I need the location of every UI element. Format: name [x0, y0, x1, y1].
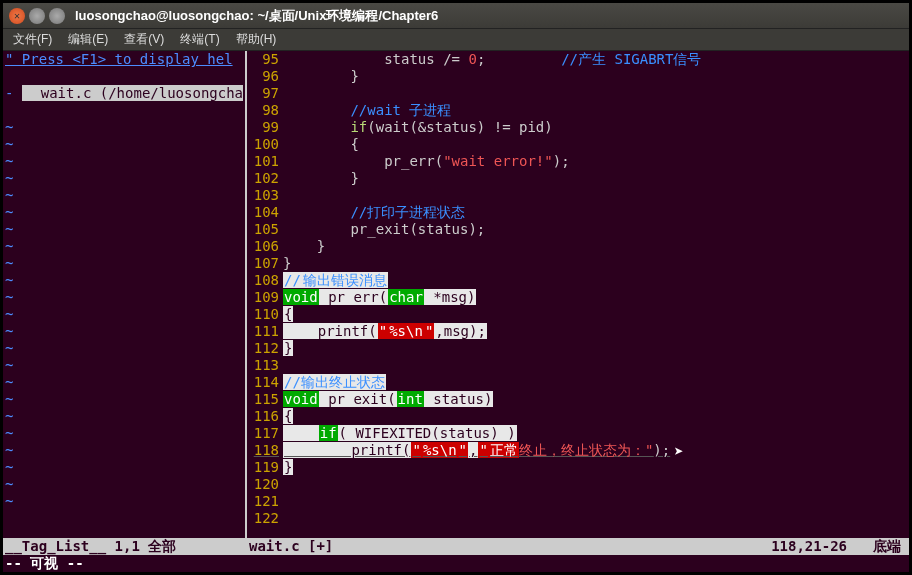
- menu-view[interactable]: 查看(V): [118, 29, 170, 50]
- mode-line: -- 可视 --: [3, 555, 909, 572]
- help-hint: " Press <F1> to display hel: [5, 51, 233, 67]
- taglist-pane[interactable]: " Press <F1> to display hel - wait.c (/h…: [3, 51, 245, 572]
- window-title: luosongchao@luosongchao: ~/桌面/Unix环境编程/C…: [75, 7, 438, 25]
- status-bar: __Tag_List__ 1,1 全部 wait.c [+] 118,21-26…: [3, 538, 909, 555]
- menu-file[interactable]: 文件(F): [7, 29, 58, 50]
- mouse-cursor-icon: ➤: [674, 442, 684, 461]
- menu-edit[interactable]: 编辑(E): [62, 29, 114, 50]
- status-left: __Tag_List__ 1,1 全部: [5, 538, 245, 555]
- maximize-icon[interactable]: [49, 8, 65, 24]
- menubar: 文件(F) 编辑(E) 查看(V) 终端(T) 帮助(H): [3, 29, 909, 51]
- terminal-area: " Press <F1> to display hel - wait.c (/h…: [3, 51, 909, 572]
- tilde-icon: -: [5, 85, 13, 101]
- status-location: 底端: [847, 538, 907, 555]
- menu-help[interactable]: 帮助(H): [230, 29, 283, 50]
- taglist-file[interactable]: wait.c (/home/luosongchao/>: [22, 85, 243, 101]
- minimize-icon[interactable]: [29, 8, 45, 24]
- cursor-line: 118 printf("%s\n","正常终止，终止状态为：");: [247, 442, 909, 459]
- status-position: 118,21-26: [771, 538, 847, 555]
- close-icon[interactable]: ✕: [9, 8, 25, 24]
- vim-mode: -- 可视 --: [5, 555, 84, 571]
- menu-terminal[interactable]: 终端(T): [174, 29, 225, 50]
- window-buttons: ✕: [9, 8, 65, 24]
- status-filename: wait.c [+]: [245, 538, 333, 555]
- code-editor[interactable]: 95 status /= 0; //产生 SIGABRT信号 96 } 97 9…: [247, 51, 909, 572]
- window-titlebar: ✕ luosongchao@luosongchao: ~/桌面/Unix环境编程…: [3, 3, 909, 29]
